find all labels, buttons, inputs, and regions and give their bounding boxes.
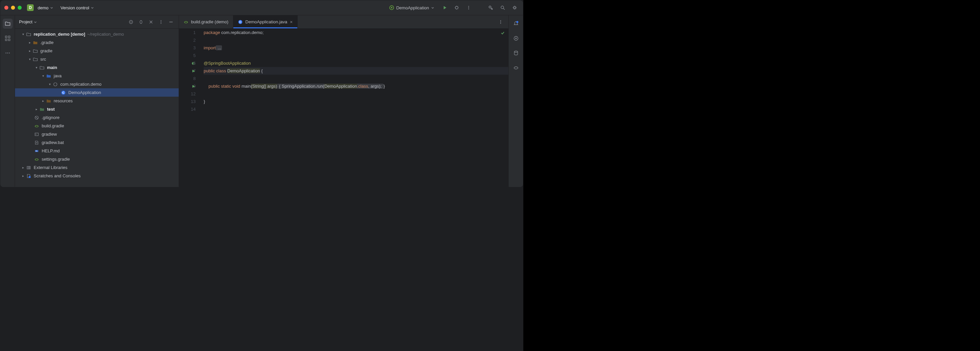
maximize-window-icon[interactable] <box>18 6 22 10</box>
svg-point-34 <box>500 20 501 21</box>
svg-rect-12 <box>8 39 10 41</box>
tree-root[interactable]: replication_demo [demo] ~/replication_de… <box>15 30 179 38</box>
tree-folder-gradle-hidden[interactable]: .gradle <box>15 38 179 47</box>
close-window-icon[interactable] <box>4 6 8 10</box>
database-button[interactable] <box>511 48 521 58</box>
chevron-down-icon[interactable] <box>27 57 32 61</box>
chevron-down-icon[interactable] <box>47 83 52 86</box>
tab-options-icon[interactable] <box>496 17 505 26</box>
project-tree[interactable]: replication_demo [demo] ~/replication_de… <box>15 29 179 187</box>
test-folder-icon <box>39 107 45 112</box>
svg-point-3 <box>468 6 469 7</box>
gradle-tool-button[interactable] <box>511 63 521 73</box>
vcs-selector[interactable]: Version control <box>59 4 96 12</box>
run-gutter-icon[interactable]: ▶ <box>192 67 195 75</box>
minimize-window-icon[interactable] <box>11 6 15 10</box>
editor-tabs: build.gradle (demo) C DemoApplication.ja… <box>179 15 508 29</box>
expand-all-icon[interactable] <box>137 18 145 25</box>
ai-assistant-button[interactable] <box>511 33 521 43</box>
tree-class-demoapplication[interactable]: C DemoApplication <box>15 88 179 97</box>
fold-region[interactable]: ... <box>216 45 222 50</box>
tree-external-libraries[interactable]: External Libraries <box>15 164 179 172</box>
tree-folder-resources[interactable]: resources <box>15 97 179 105</box>
select-opened-file-icon[interactable] <box>127 18 135 25</box>
tree-file-gradlew-bat[interactable]: gradlew.bat <box>15 138 179 147</box>
svg-point-35 <box>500 21 501 22</box>
tree-file-help-md[interactable]: M↓ HELP.md <box>15 147 179 155</box>
svg-point-39 <box>515 38 517 39</box>
folder-icon <box>39 65 45 70</box>
spring-icon <box>389 5 395 10</box>
left-tool-rail <box>0 15 15 187</box>
code-with-me-button[interactable] <box>486 3 495 12</box>
chevron-right-icon[interactable] <box>27 49 32 52</box>
gradle-icon <box>33 124 40 128</box>
chevron-right-icon[interactable] <box>33 107 39 111</box>
class-icon: C <box>60 91 66 95</box>
tree-file-gradlew[interactable]: gradlew <box>15 130 179 138</box>
chevron-right-icon[interactable] <box>20 174 25 178</box>
folder-icon <box>25 32 32 37</box>
package-icon <box>52 82 58 87</box>
vcs-label: Version control <box>60 5 89 10</box>
gutter: 1 2 3 5 6◐ 7▶ 8 9▶ 12 13 14 <box>179 29 202 187</box>
tree-package[interactable]: com.replication.demo <box>15 80 179 88</box>
run-config-selector[interactable]: DemoApplication <box>387 4 437 12</box>
collapse-all-icon[interactable] <box>147 18 155 25</box>
debug-button[interactable] <box>452 3 461 12</box>
tab-demoapplication[interactable]: C DemoApplication.java × <box>233 15 298 29</box>
svg-point-14 <box>7 52 8 54</box>
svg-point-5 <box>468 9 469 10</box>
source-folder-icon <box>46 74 52 78</box>
blank-area <box>523 0 980 351</box>
code-editor[interactable]: 1 2 3 5 6◐ 7▶ 8 9▶ 12 13 14 package com.… <box>179 29 508 187</box>
svg-point-36 <box>500 23 501 23</box>
code-content[interactable]: package com.replication.demo; import ...… <box>202 29 508 187</box>
svg-rect-30 <box>30 166 30 169</box>
chevron-right-icon[interactable] <box>27 41 32 44</box>
tree-file-gitignore[interactable]: .gitignore <box>15 113 179 122</box>
hide-panel-icon[interactable] <box>167 18 175 25</box>
tree-scratches[interactable]: Scratches and Consoles <box>15 172 179 180</box>
settings-button[interactable] <box>510 3 519 12</box>
svg-rect-9 <box>5 36 7 38</box>
chevron-down-icon[interactable] <box>33 66 39 69</box>
tree-folder-java[interactable]: java <box>15 71 179 80</box>
svg-point-15 <box>9 52 10 54</box>
panel-options-icon[interactable] <box>158 18 165 25</box>
run-config-name: DemoApplication <box>396 5 429 10</box>
close-tab-icon[interactable]: × <box>290 19 293 25</box>
panel-title[interactable]: Project <box>19 19 37 24</box>
chevron-down-icon[interactable] <box>20 32 25 36</box>
search-button[interactable] <box>498 3 507 12</box>
svg-text:M↓: M↓ <box>36 150 38 152</box>
notifications-button[interactable] <box>511 19 521 29</box>
tree-folder-main[interactable]: main <box>15 64 179 71</box>
gradle-icon <box>184 20 188 24</box>
chevron-right-icon[interactable] <box>20 166 25 169</box>
tree-file-settings-gradle[interactable]: settings.gradle <box>15 155 179 164</box>
window-controls <box>4 6 22 10</box>
run-gutter-icon[interactable]: ▶ <box>192 83 195 90</box>
project-tool-button[interactable] <box>3 19 13 29</box>
chevron-right-icon[interactable] <box>40 99 46 103</box>
tree-file-build-gradle[interactable]: build.gradle <box>15 122 179 130</box>
run-gutter-icon[interactable]: ◐ <box>192 59 195 67</box>
svg-text:C: C <box>62 91 65 94</box>
run-button[interactable] <box>440 3 449 12</box>
structure-tool-button[interactable] <box>3 33 13 43</box>
svg-point-8 <box>514 7 515 9</box>
project-panel: Project replication_demo [demo] <box>15 15 179 187</box>
chevron-down-icon[interactable] <box>40 74 46 78</box>
tree-folder-gradle[interactable]: gradle <box>15 47 179 55</box>
tab-build-gradle[interactable]: build.gradle (demo) <box>179 15 233 29</box>
project-selector[interactable]: demo <box>36 4 55 12</box>
tree-folder-src[interactable]: src <box>15 55 179 64</box>
svg-point-20 <box>161 23 161 23</box>
more-tools-button[interactable] <box>3 48 13 58</box>
more-actions-button[interactable] <box>465 3 473 12</box>
tree-folder-test[interactable]: test <box>15 105 179 113</box>
markdown-icon: M↓ <box>33 149 40 153</box>
right-tool-rail <box>508 15 523 187</box>
project-badge: D <box>27 4 33 11</box>
